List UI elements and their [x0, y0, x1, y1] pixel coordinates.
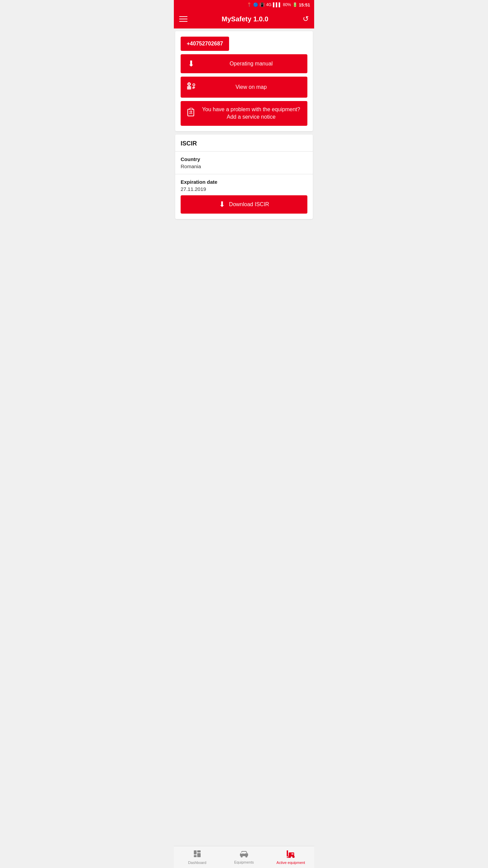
iscir-header: ISCIR	[175, 135, 313, 152]
vibrate-icon: 📳	[260, 2, 265, 7]
service-notice-button[interactable]: You have a problem with the equipment? A…	[181, 101, 307, 126]
download-iscir-button[interactable]: ⬇ Download ISCIR	[181, 195, 307, 214]
menu-button[interactable]	[179, 16, 187, 22]
service-notice-icon	[186, 108, 196, 119]
phone-number-button[interactable]: +40752702687	[181, 37, 229, 51]
view-on-map-label: View on map	[200, 84, 302, 90]
map-icon	[186, 81, 196, 93]
expiration-section: Expiration date 27.11.2019 ⬇ Download IS…	[175, 174, 313, 219]
battery-icon: 🔋	[292, 2, 298, 7]
operating-manual-label: Operating manual	[200, 61, 302, 67]
battery-percent: 80%	[283, 2, 291, 7]
svg-rect-7	[190, 108, 192, 110]
status-bar: 📍 🔵 📳 4G ▌▌▌ 80% 🔋 15:51	[174, 0, 314, 9]
country-value: Romania	[181, 163, 307, 169]
svg-point-2	[188, 83, 190, 85]
app-title: MySafety 1.0.0	[222, 15, 268, 23]
service-notice-label: You have a problem with the equipment? A…	[200, 106, 302, 121]
location-icon: 📍	[247, 2, 252, 7]
expiration-label: Expiration date	[181, 179, 307, 185]
download-iscir-icon: ⬇	[219, 200, 225, 209]
bluetooth-icon: 🔵	[253, 2, 258, 7]
iscir-title: ISCIR	[181, 140, 307, 147]
main-content: +40752702687 ⬇ Operating manual Vie	[174, 28, 314, 250]
action-card: +40752702687 ⬇ Operating manual Vie	[175, 31, 313, 131]
download-iscir-label: Download ISCIR	[229, 201, 269, 208]
iscir-card: ISCIR Country Romania Expiration date 27…	[175, 135, 313, 219]
download-icon: ⬇	[186, 59, 196, 68]
status-icons: 📍 🔵 📳 4G ▌▌▌ 80% 🔋 15:51	[247, 2, 310, 7]
view-on-map-button[interactable]: View on map	[181, 77, 307, 98]
operating-manual-button[interactable]: ⬇ Operating manual	[181, 54, 307, 73]
status-time: 15:51	[299, 2, 310, 7]
svg-point-5	[193, 84, 195, 85]
top-navigation-bar: MySafety 1.0.0 ↺	[174, 9, 314, 28]
network-4g-icon: 4G	[266, 2, 271, 7]
expiration-value: 27.11.2019	[181, 186, 307, 192]
svg-rect-6	[188, 109, 194, 116]
country-label: Country	[181, 156, 307, 162]
signal-icon: ▌▌▌	[273, 2, 282, 7]
country-section: Country Romania	[175, 152, 313, 174]
refresh-button[interactable]: ↺	[303, 15, 309, 23]
